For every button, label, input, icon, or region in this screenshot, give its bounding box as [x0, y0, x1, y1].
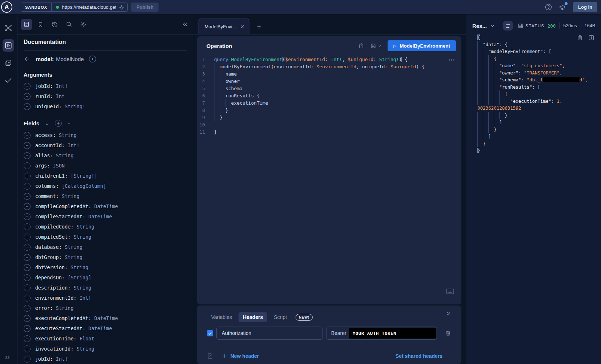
header-enabled-checkbox[interactable] — [207, 330, 213, 336]
field-type[interactable]: String — [62, 244, 83, 250]
add-field-icon[interactable] — [24, 132, 31, 139]
field-type[interactable]: String — [71, 234, 91, 240]
doc-field-row[interactable]: executeCompletedAt: DateTime — [24, 313, 187, 323]
response-title[interactable]: Res... — [472, 23, 487, 29]
response-dropdown-caret-icon[interactable] — [490, 24, 495, 28]
field-type[interactable]: [String!] — [68, 173, 97, 179]
doc-field-row[interactable]: compiledSql: String — [24, 232, 187, 242]
back-arrow-icon[interactable] — [24, 56, 31, 62]
endpoint-url[interactable]: https://metadata.cloud.get — [62, 4, 117, 10]
doc-field-row[interactable]: access: String — [24, 130, 187, 140]
doc-field-row[interactable]: jobId: Int! — [24, 354, 187, 364]
add-all-fields-icon[interactable] — [55, 120, 62, 127]
add-field-icon[interactable] — [24, 274, 31, 281]
add-field-icon[interactable] — [24, 264, 31, 271]
add-field-icon[interactable] — [24, 223, 31, 230]
add-field-icon[interactable] — [24, 152, 31, 159]
checks-nav-icon[interactable] — [3, 74, 14, 86]
add-field-icon[interactable] — [24, 142, 31, 149]
add-field-icon[interactable] — [24, 305, 31, 312]
header-name-input[interactable] — [216, 327, 323, 340]
doc-field-row[interactable]: uniqueId: String! — [24, 101, 187, 112]
doc-field-row[interactable]: executionTime: Float — [24, 333, 187, 344]
doc-field-row[interactable]: invocationId: String — [24, 344, 187, 354]
graph-nav-icon[interactable] — [3, 22, 14, 34]
bookmark-icon[interactable] — [35, 19, 46, 30]
code-line[interactable]: 2modelByEnvironment(environmentId: $envi… — [197, 63, 461, 70]
field-type[interactable]: JSON — [50, 163, 65, 169]
add-field-icon[interactable] — [24, 254, 31, 261]
doc-field-row[interactable]: args: JSON — [24, 161, 187, 171]
auth-token-value[interactable]: YOUR_AUTH_TOKEN — [349, 328, 436, 339]
doc-field-row[interactable]: compileStartedAt: DateTime — [24, 211, 187, 222]
doc-field-row[interactable]: runId: Int — [24, 91, 187, 101]
field-type[interactable]: String — [53, 305, 73, 311]
add-field-icon[interactable] — [24, 103, 31, 110]
new-tab-icon[interactable] — [256, 24, 262, 30]
apollo-logo[interactable]: A — [1, 1, 12, 13]
set-shared-headers-button[interactable]: Set shared headers — [396, 353, 442, 359]
collapse-panel-icon[interactable] — [445, 311, 451, 316]
operation-collections-nav-icon[interactable] — [3, 57, 14, 69]
field-type[interactable]: [String] — [65, 275, 91, 280]
explorer-nav-icon[interactable] — [3, 39, 14, 52]
header-value-field[interactable]: Bearer YOUR_AUTH_TOKEN — [326, 327, 437, 340]
share-operation-icon[interactable] — [358, 43, 364, 49]
save-operation-icon[interactable] — [370, 43, 382, 49]
doc-field-row[interactable]: dbtVersion: String — [24, 262, 187, 272]
field-type[interactable]: Float — [77, 336, 95, 341]
operation-tab[interactable]: ModelByEnvi... — [199, 19, 249, 34]
code-line[interactable]: 10 — [197, 121, 461, 129]
add-field-icon[interactable] — [24, 183, 31, 190]
code-line[interactable]: 9} — [197, 114, 461, 121]
doc-field-row[interactable]: comment: String — [24, 191, 187, 201]
field-type[interactable]: Int — [53, 93, 65, 99]
field-type[interactable]: Int! — [77, 295, 92, 301]
run-operation-button[interactable]: ▷ ModelByEnvironment — [388, 40, 456, 51]
doc-field-row[interactable]: accountId: Int! — [24, 140, 187, 150]
add-field-icon[interactable] — [24, 83, 31, 90]
add-field-icon[interactable] — [24, 325, 31, 332]
field-type[interactable]: String — [62, 254, 83, 260]
help-icon[interactable] — [545, 3, 552, 11]
doc-field-row[interactable]: jobId: Int! — [24, 81, 187, 91]
copy-response-icon[interactable] — [577, 35, 583, 41]
doc-field-row[interactable]: error: String — [24, 303, 187, 313]
announcements-megaphone-icon[interactable] — [559, 3, 566, 11]
doc-field-row[interactable]: compiledCode: String — [24, 222, 187, 232]
table-view-toggle-icon[interactable] — [516, 21, 525, 31]
add-field-icon[interactable] — [24, 193, 31, 200]
add-field-icon[interactable] — [24, 295, 31, 302]
delete-header-icon[interactable] — [445, 330, 451, 336]
add-field-icon[interactable] — [24, 244, 31, 251]
documentation-tab-icon[interactable] — [21, 19, 32, 30]
field-type[interactable]: Int! — [53, 356, 68, 362]
field-type[interactable]: String — [59, 193, 80, 199]
tab-headers[interactable]: Headers — [239, 312, 267, 322]
doc-field-row[interactable]: dbtGroup: String — [24, 252, 187, 262]
doc-field-row[interactable]: database: String — [24, 242, 187, 252]
field-type[interactable]: String — [53, 153, 73, 158]
add-field-icon[interactable] — [24, 345, 31, 352]
add-field-icon[interactable] — [24, 315, 31, 322]
field-type[interactable]: DateTime — [85, 214, 112, 219]
connection-settings-gear-icon[interactable] — [119, 4, 124, 10]
doc-field-row[interactable]: environmentId: Int! — [24, 293, 187, 303]
code-line[interactable]: 11} — [197, 129, 461, 136]
download-response-icon[interactable] — [588, 35, 594, 41]
doc-field-row[interactable]: compileCompletedAt: DateTime — [24, 201, 187, 211]
history-icon[interactable] — [49, 19, 60, 30]
explorer-settings-gear-icon[interactable] — [78, 19, 89, 30]
doc-field-row[interactable]: columns: [CatalogColumn] — [24, 181, 187, 191]
operation-code-editor[interactable]: 1query ModelByEnvironment($environmentId… — [197, 56, 461, 136]
raw-view-toggle-icon[interactable] — [503, 21, 513, 31]
paste-headers-icon[interactable] — [207, 353, 213, 359]
field-type[interactable]: DateTime — [91, 315, 118, 321]
code-line[interactable]: 5schema — [197, 85, 461, 92]
doc-field-row[interactable]: childrenL1: [String!] — [24, 171, 187, 181]
save-options-caret-icon[interactable] — [378, 44, 382, 48]
field-type[interactable]: String! — [62, 104, 85, 109]
editor-more-options-icon[interactable] — [448, 59, 455, 61]
field-type[interactable]: String — [73, 224, 94, 230]
field-type[interactable]: Int! — [53, 83, 68, 89]
